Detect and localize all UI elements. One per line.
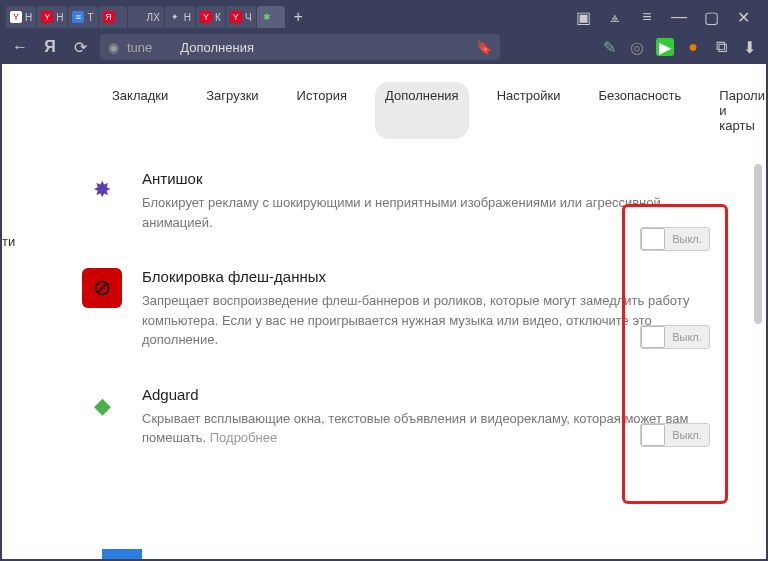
menu-icon[interactable]: ≡ (638, 8, 656, 26)
tab-label: Ч (245, 12, 252, 23)
tabs-row: YНYН≡ТЯЛX✦НYКYЧ✱ + ▣ ⟁ ≡ — ▢ ✕ (2, 2, 766, 30)
addon-toggle[interactable]: Выкл. (640, 423, 710, 447)
tab-favicon-icon: Я (103, 11, 115, 23)
tab-overview-icon[interactable]: ▣ (574, 8, 592, 26)
settings-page: ЗакладкиЗагрузкиИсторияДополненияНастрой… (2, 64, 766, 559)
bookmark-ribbon-icon[interactable]: ⟁ (606, 8, 624, 26)
address-path: tune (127, 40, 152, 55)
tab-favicon-icon: Y (10, 11, 22, 23)
browser-tab-3[interactable]: Я (99, 6, 127, 28)
address-row: ← Я ⟳ ◉ tune Дополнения 🔖 ✎ ◎ ▶ ● ⧉ ⬇ (2, 30, 766, 64)
scrollbar[interactable] (754, 164, 762, 324)
tab-favicon-icon (132, 11, 144, 23)
maximize-icon[interactable]: ▢ (702, 8, 720, 26)
addon-icon: ✸ (82, 170, 122, 210)
copy-ext-icon[interactable]: ⧉ (712, 38, 730, 56)
browser-tab-0[interactable]: YН (6, 6, 36, 28)
tab-label: Н (56, 12, 63, 23)
feather-ext-icon[interactable]: ✎ (600, 38, 618, 56)
tab-favicon-icon: ✱ (261, 11, 273, 23)
minimize-icon[interactable]: — (670, 8, 688, 26)
tab-favicon-icon: Y (41, 11, 53, 23)
settings-tab-история[interactable]: История (287, 82, 357, 139)
settings-tab-загрузки[interactable]: Загрузки (196, 82, 268, 139)
back-icon[interactable]: ← (10, 37, 30, 57)
circle-ext-icon[interactable]: ◎ (628, 38, 646, 56)
addon-toggle[interactable]: Выкл. (640, 227, 710, 251)
browser-tab-2[interactable]: ≡Т (68, 6, 97, 28)
toggle-label: Выкл. (665, 429, 709, 441)
toggle-knob (641, 424, 665, 446)
settings-tabs: ЗакладкиЗагрузкиИсторияДополненияНастрой… (2, 64, 766, 150)
browser-tab-5[interactable]: ✦Н (165, 6, 195, 28)
address-bar[interactable]: ◉ tune Дополнения 🔖 (100, 34, 500, 60)
addon-icon: ⊘ (82, 268, 122, 308)
bottom-accent (102, 549, 142, 559)
green-ext-icon[interactable]: ▶ (656, 38, 674, 56)
browser-tab-6[interactable]: YК (196, 6, 225, 28)
browser-tab-4[interactable]: ЛX (128, 6, 164, 28)
addon-title: Антишок (142, 170, 726, 187)
browser-chrome: YНYН≡ТЯЛX✦НYКYЧ✱ + ▣ ⟁ ≡ — ▢ ✕ ← Я ⟳ ◉ t… (2, 2, 766, 64)
addon-toggle[interactable]: Выкл. (640, 325, 710, 349)
settings-tab-безопасность[interactable]: Безопасность (588, 82, 691, 139)
tab-label: Н (184, 12, 191, 23)
close-icon[interactable]: ✕ (734, 8, 752, 26)
addon-more-link[interactable]: Подробнее (210, 430, 277, 445)
tab-favicon-icon: ✦ (169, 11, 181, 23)
site-info-icon[interactable]: ◉ (108, 40, 119, 55)
settings-tab-закладки[interactable]: Закладки (102, 82, 178, 139)
tab-label: ЛX (147, 12, 160, 23)
settings-tab-дополнения[interactable]: Дополнения (375, 82, 469, 139)
orange-ext-icon[interactable]: ● (684, 38, 702, 56)
browser-tab-1[interactable]: YН (37, 6, 67, 28)
yandex-home-icon[interactable]: Я (40, 37, 60, 57)
browser-tab-8[interactable]: ✱ (257, 6, 285, 28)
toggle-highlight-box: Выкл.Выкл.Выкл. (622, 204, 728, 504)
address-title: Дополнения (180, 40, 254, 55)
toggle-label: Выкл. (665, 331, 709, 343)
toggle-knob (641, 228, 665, 250)
bookmark-icon[interactable]: 🔖 (476, 40, 492, 55)
toggle-label: Выкл. (665, 233, 709, 245)
tab-label: Т (87, 12, 93, 23)
toggle-knob (641, 326, 665, 348)
new-tab-button[interactable]: + (286, 8, 311, 26)
tab-favicon-icon: ≡ (72, 11, 84, 23)
tab-favicon-icon: Y (200, 11, 212, 23)
tab-label: Н (25, 12, 32, 23)
settings-tab-пароли и карты[interactable]: Пароли и карты (709, 82, 766, 139)
download-icon[interactable]: ⬇ (740, 38, 758, 56)
settings-tab-настройки[interactable]: Настройки (487, 82, 571, 139)
browser-tab-7[interactable]: YЧ (226, 6, 256, 28)
tab-favicon-icon: Y (230, 11, 242, 23)
truncated-left-text: ти (2, 234, 15, 249)
tab-label: К (215, 12, 221, 23)
reload-icon[interactable]: ⟳ (70, 37, 90, 57)
addon-icon: ◆ (82, 386, 122, 426)
